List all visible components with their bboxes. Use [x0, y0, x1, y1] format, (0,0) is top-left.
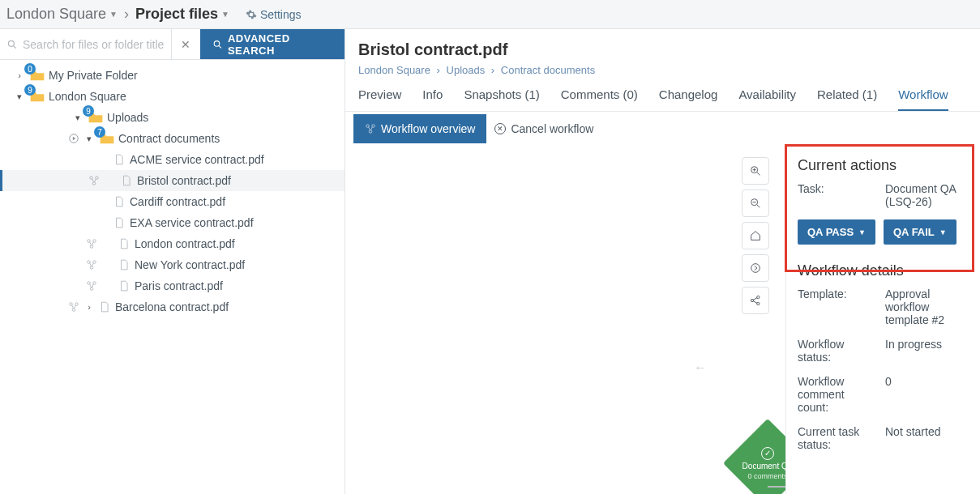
- check-icon: ✓: [761, 447, 774, 460]
- file-icon: [113, 153, 125, 166]
- tree-file[interactable]: Paris contract.pdf: [0, 275, 344, 296]
- cancel-icon: ✕: [494, 123, 506, 134]
- pan-left-icon[interactable]: ←: [694, 360, 707, 375]
- top-breadcrumb-bar: London Square ▼ › Project files ▼ Settin…: [0, 0, 980, 29]
- zoom-out-icon: [749, 197, 762, 210]
- button-label: QA PASS: [807, 226, 854, 238]
- document-breadcrumb: London Square › Uploads › Contract docum…: [358, 64, 965, 76]
- zoom-out-button[interactable]: [742, 190, 769, 217]
- tree-label: New York contract.pdf: [135, 258, 245, 271]
- tab-snapshots[interactable]: Snapshots (1): [464, 87, 539, 111]
- share-button[interactable]: [742, 287, 769, 314]
- collapse-icon[interactable]: ▾: [84, 134, 94, 144]
- tree-file[interactable]: London contract.pdf: [0, 233, 344, 254]
- tree-label: Barcelona contract.pdf: [115, 300, 229, 313]
- collapse-icon[interactable]: ▾: [73, 113, 83, 123]
- breadcrumb-link[interactable]: Contract documents: [501, 64, 595, 76]
- chevron-down-icon: ▼: [221, 10, 229, 19]
- breadcrumb-separator: ›: [437, 64, 440, 76]
- tree-file-selected[interactable]: Bristol contract.pdf: [0, 170, 344, 191]
- svg-point-16: [90, 287, 93, 291]
- svg-point-32: [757, 296, 760, 298]
- workflow-icon: [86, 238, 97, 249]
- file-icon: [113, 195, 125, 208]
- tab-comments[interactable]: Comments (0): [561, 87, 638, 111]
- folder-icon: 7: [99, 133, 113, 144]
- tree-file[interactable]: EXA service contract.pdf: [0, 212, 344, 233]
- tree-label: Paris contract.pdf: [135, 279, 223, 292]
- tree-folder-uploads[interactable]: ▾ 9 Uploads: [0, 107, 344, 128]
- play-icon: [68, 133, 79, 144]
- document-title: Bristol contract.pdf: [358, 40, 965, 59]
- goto-current-button[interactable]: [742, 254, 769, 282]
- settings-link[interactable]: Settings: [246, 8, 302, 21]
- expand-icon[interactable]: ›: [84, 302, 94, 312]
- button-label: QA FAIL: [893, 226, 935, 238]
- tree-label: Cardiff contract.pdf: [130, 195, 225, 208]
- svg-point-22: [369, 130, 372, 134]
- collapse-icon[interactable]: ▾: [15, 92, 24, 102]
- template-label: Template:: [798, 287, 875, 326]
- breadcrumb-link[interactable]: Uploads: [447, 64, 486, 76]
- tree-file[interactable]: ACME service contract.pdf: [0, 149, 344, 170]
- tab-preview[interactable]: Preview: [358, 87, 401, 111]
- folder-icon: 9: [29, 91, 44, 102]
- tab-info[interactable]: Info: [422, 87, 443, 111]
- svg-point-2: [214, 40, 220, 46]
- workflow-icon: [68, 301, 79, 313]
- left-sidebar: ✕ ADVANCED SEARCH › 0 My Private Folder: [0, 29, 345, 494]
- tree-label: ACME service contract.pdf: [130, 153, 264, 166]
- tab-changelog[interactable]: Changelog: [659, 87, 718, 111]
- clear-search-button[interactable]: ✕: [171, 29, 200, 59]
- zoom-toolbar: [742, 157, 769, 314]
- breadcrumb-link[interactable]: London Square: [358, 64, 430, 76]
- task-status-value: Not started: [885, 425, 940, 451]
- tree-file[interactable]: Cardiff contract.pdf: [0, 191, 344, 212]
- svg-point-30: [751, 264, 760, 273]
- tree-folder-contract-documents[interactable]: ▾ 7 Contract documents: [0, 128, 344, 149]
- qa-fail-button[interactable]: QA FAIL ▼: [884, 219, 956, 245]
- comment-count-value: 0: [885, 375, 892, 414]
- node-subtitle: 0 comments: [747, 472, 787, 480]
- tree-folder-london-square[interactable]: ▾ 9 London Square: [0, 86, 344, 107]
- breadcrumb-section[interactable]: Project files ▼: [135, 6, 229, 23]
- template-value: Approval workflow template #2: [885, 287, 969, 326]
- tree-label: London contract.pdf: [135, 237, 235, 250]
- tab-availability[interactable]: Availability: [738, 87, 796, 111]
- file-icon: [99, 300, 110, 313]
- comment-count-label: Workflow comment count:: [798, 375, 875, 414]
- svg-line-3: [219, 45, 221, 48]
- workflow-icon: [86, 259, 97, 270]
- count-badge: 7: [94, 126, 105, 138]
- count-badge: 9: [24, 84, 36, 96]
- file-icon: [121, 174, 132, 187]
- tab-workflow[interactable]: Workflow: [898, 87, 948, 111]
- workflow-overview-button[interactable]: Workflow overview: [353, 114, 486, 143]
- breadcrumb-section-label: Project files: [135, 6, 218, 23]
- qa-pass-button[interactable]: QA PASS ▼: [798, 219, 875, 245]
- svg-point-10: [90, 245, 93, 249]
- file-icon: [118, 279, 130, 292]
- tree-label: EXA service contract.pdf: [130, 216, 254, 229]
- tree-file[interactable]: › Barcelona contract.pdf: [0, 296, 344, 317]
- search-input[interactable]: [23, 38, 165, 51]
- panel-title-actions: Current actions: [798, 157, 969, 174]
- advanced-search-button[interactable]: ADVANCED SEARCH: [200, 29, 344, 59]
- tree-folder-private[interactable]: › 0 My Private Folder: [0, 65, 344, 86]
- workflow-canvas[interactable]: ↑ ← → Start ◀ ✓ Document QA 0 comm: [345, 146, 785, 494]
- fit-home-button[interactable]: [742, 222, 769, 249]
- button-label: Workflow overview: [381, 122, 475, 135]
- task-value: Document QA (LSQ-26): [885, 182, 969, 208]
- button-label: Cancel workflow: [511, 122, 593, 135]
- search-icon: [6, 39, 18, 50]
- advanced-search-label: ADVANCED SEARCH: [228, 32, 333, 57]
- expand-icon[interactable]: ›: [15, 70, 24, 80]
- cancel-workflow-button[interactable]: ✕ Cancel workflow: [494, 122, 593, 135]
- tree-file[interactable]: New York contract.pdf: [0, 254, 344, 275]
- document-tabs: Preview Info Snapshots (1) Comments (0) …: [345, 76, 980, 112]
- tab-related[interactable]: Related (1): [817, 87, 877, 111]
- zoom-in-button[interactable]: [742, 157, 769, 185]
- search-box[interactable]: [0, 29, 171, 59]
- breadcrumb-project[interactable]: London Square ▼: [6, 6, 118, 23]
- svg-point-31: [751, 299, 753, 301]
